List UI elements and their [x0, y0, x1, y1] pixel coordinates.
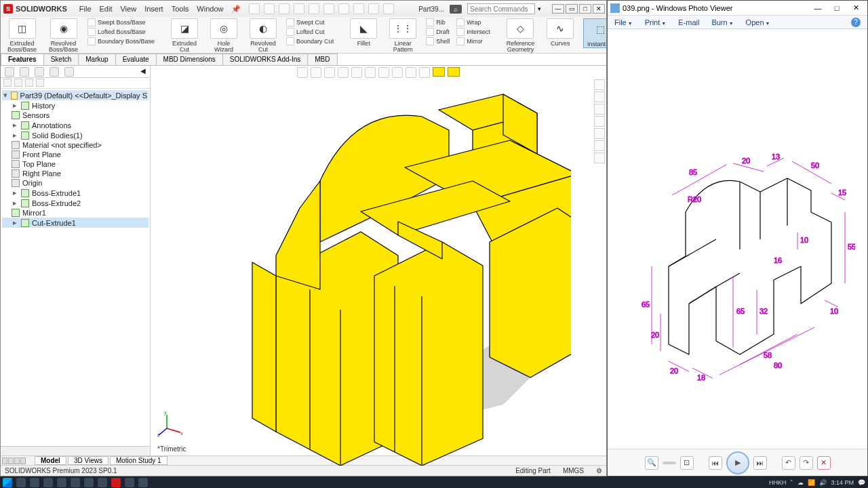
tree-tab-feature-icon[interactable] [5, 67, 14, 77]
rib-ref-geometry[interactable]: ◇Reference Geometry [504, 18, 538, 53]
rib-linear-pattern[interactable]: ⋮⋮Linear Pattern [387, 18, 419, 53]
search-mode-icon[interactable]: ⌕ [450, 5, 462, 14]
qa-options-icon[interactable] [383, 3, 394, 14]
tree-sphere-icon[interactable] [36, 79, 44, 87]
tree-history[interactable]: ▸History [2, 100, 149, 110]
rib-swept-boss[interactable]: Swept Boss/Base [87, 18, 155, 26]
tab-nav-last-icon[interactable] [20, 458, 26, 464]
close-button[interactable]: ✕ [593, 4, 605, 14]
pv-menu-open[interactable]: Open▼ [746, 18, 770, 26]
tree-eye-icon[interactable] [25, 79, 33, 87]
qa-save-icon[interactable] [294, 3, 304, 14]
pv-actual-size-icon[interactable]: ⊡ [680, 456, 694, 470]
tab-sketch[interactable]: Sketch [43, 54, 79, 65]
tree-scrollbar[interactable] [1, 446, 150, 455]
qa-home-icon[interactable] [249, 3, 260, 14]
hud-zoom-fit-icon[interactable] [297, 67, 308, 78]
hud-color-swatch[interactable] [433, 67, 445, 77]
hud-section-icon[interactable] [338, 67, 349, 78]
rib-shell[interactable]: Shell [426, 37, 450, 45]
graphics-area[interactable]: y x z *Trimetric [151, 66, 606, 455]
rib-instant3d[interactable]: ⬚Instant3D [583, 18, 606, 48]
taskbar-chrome-icon[interactable] [43, 478, 53, 487]
taskpane-design-lib-icon[interactable] [594, 104, 605, 115]
tab-nav-next-icon[interactable] [14, 458, 20, 464]
bottom-tab-3dviews[interactable]: 3D Views [68, 456, 108, 465]
pv-next-button[interactable]: ⏭ [753, 456, 767, 470]
taskbar-search-icon[interactable] [16, 478, 26, 487]
hud-display-style-icon[interactable] [365, 67, 376, 78]
pv-zoom-slider[interactable] [663, 462, 676, 464]
pv-maximize-button[interactable]: □ [828, 2, 846, 14]
doc-tab-label[interactable]: Part39... [418, 5, 444, 13]
qa-print-icon[interactable] [309, 3, 319, 14]
tray-cloud-icon[interactable]: ☁ [797, 479, 804, 486]
taskpane-resources-icon[interactable] [594, 92, 605, 102]
tree-boss-extrude2[interactable]: ▸Boss-Extrude2 [2, 198, 149, 208]
hud-view-orient-icon[interactable] [351, 67, 362, 78]
tree-right-plane[interactable]: Right Plane [2, 169, 149, 178]
rib-extruded-cut[interactable]: ◪Extruded Cut [168, 18, 201, 53]
tab-nav-first-icon[interactable] [2, 458, 7, 464]
tree-mirror1[interactable]: Mirror1 [2, 208, 149, 218]
tab-addins[interactable]: SOLIDWORKS Add-Ins [222, 54, 308, 65]
tree-tab-dim-icon[interactable] [50, 67, 59, 77]
pv-rotate-cw-icon[interactable]: ↷ [800, 456, 813, 470]
rib-boundary-boss[interactable]: Boundary Boss/Base [87, 37, 155, 45]
qa-undo-icon[interactable] [323, 3, 334, 14]
rib-rib[interactable]: Rib [426, 18, 450, 26]
tree-solid-bodies[interactable]: ▸Solid Bodies(1) [2, 130, 149, 140]
rib-boundary-cut[interactable]: Boundary Cut [286, 37, 334, 45]
pv-menu-file[interactable]: File▼ [614, 18, 633, 26]
tray-volume-icon[interactable]: 🔊 [819, 479, 827, 486]
pv-menu-print[interactable]: Print▼ [645, 18, 667, 26]
taskpane-appearances-icon[interactable] [594, 140, 605, 151]
rib-hole-wizard[interactable]: ◎Hole Wizard [208, 18, 240, 53]
menu-pin-icon[interactable]: 📌 [231, 5, 241, 14]
status-units[interactable]: MMGS [563, 467, 584, 474]
status-gear-icon[interactable]: ⚙ [596, 467, 602, 474]
pv-delete-button[interactable]: ✕ [817, 456, 831, 470]
tab-nav-prev-icon[interactable] [8, 458, 14, 464]
pv-help-icon[interactable]: ? [851, 18, 861, 27]
taskpane-view-palette-icon[interactable] [594, 128, 605, 139]
tree-material[interactable]: Material <not specified> [2, 140, 149, 150]
menu-view[interactable]: View [120, 5, 136, 14]
tree-boss-extrude1[interactable]: ▸Boss-Extrude1 [2, 188, 149, 198]
rib-mirror[interactable]: Mirror [456, 37, 490, 45]
hud-view-settings-icon[interactable] [419, 67, 430, 78]
pv-zoom-icon[interactable]: 🔍 [645, 456, 658, 470]
tree-tab-config-icon[interactable] [35, 67, 44, 77]
hud-hide-show-icon[interactable] [378, 67, 389, 78]
tree-arrow-icon[interactable] [14, 79, 22, 87]
rib-intersect[interactable]: Intersect [456, 28, 490, 36]
taskpane-explorer-icon[interactable] [594, 116, 605, 127]
rib-revolved-boss[interactable]: ◉Revolved Boss/Base [46, 18, 81, 53]
tab-mbd-dims[interactable]: MBD Dimensions [156, 54, 223, 65]
tray-lang[interactable]: HHKH [769, 479, 787, 486]
qa-redo-icon[interactable] [338, 3, 349, 14]
tree-top-plane[interactable]: Top Plane [2, 159, 149, 169]
taskpane-custom-icon[interactable] [594, 152, 605, 163]
start-button[interactable] [3, 478, 12, 487]
tray-notifications-icon[interactable]: 💬 [858, 479, 865, 486]
bottom-tab-model[interactable]: Model [35, 456, 66, 465]
tab-evaluate[interactable]: Evaluate [115, 54, 157, 65]
menu-insert[interactable]: Insert [144, 5, 163, 14]
tray-network-icon[interactable]: 📶 [808, 479, 815, 486]
qa-open-icon[interactable] [279, 3, 290, 14]
menu-window[interactable]: Window [197, 5, 223, 14]
rib-fillet[interactable]: ◣Fillet [347, 18, 380, 47]
qa-rebuild-icon[interactable] [368, 3, 379, 14]
pv-menu-email[interactable]: E-mail [678, 18, 699, 26]
taskbar-explorer-icon[interactable] [71, 478, 80, 487]
pv-rotate-ccw-icon[interactable]: ↶ [782, 456, 795, 470]
search-input[interactable] [467, 3, 535, 14]
view-triad[interactable]: y x z [157, 411, 184, 439]
tree-front-plane[interactable]: Front Plane [2, 150, 149, 159]
tree-collapse-icon[interactable]: ◀ [140, 67, 146, 76]
rib-lofted-boss[interactable]: Lofted Boss/Base [87, 28, 155, 36]
qa-new-icon[interactable] [264, 3, 275, 14]
minimize-button[interactable]: — [552, 4, 564, 14]
tree-sensors[interactable]: Sensors [2, 110, 149, 120]
